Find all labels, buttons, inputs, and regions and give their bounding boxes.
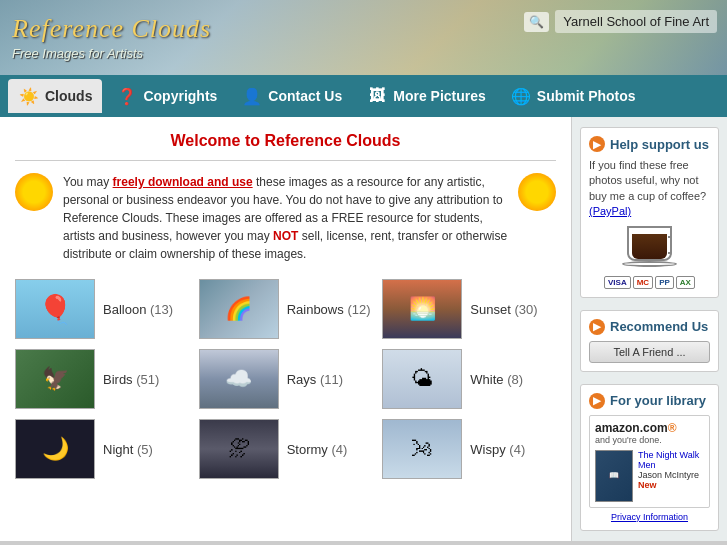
recommend-title: ▶ Recommend Us: [589, 319, 710, 335]
cup-handle: [668, 236, 672, 254]
site-name-highlight: Reference Clouds: [264, 132, 400, 149]
nav-label-copyrights: Copyrights: [143, 88, 217, 104]
grid-item-sunset[interactable]: Sunset (30): [382, 279, 556, 339]
book-cover[interactable]: 📖: [595, 450, 633, 502]
label-white: White (8): [470, 372, 523, 387]
welcome-text: Welcome to: [171, 132, 265, 149]
support-title: ▶ Help support us: [589, 136, 710, 152]
nav-item-clouds[interactable]: ☀️ Clouds: [8, 79, 102, 113]
privacy-link[interactable]: Privacy Information: [589, 512, 710, 522]
thumb-balloon: [15, 279, 95, 339]
intro-text: You may freely download and use these im…: [63, 173, 508, 263]
header: Reference Clouds Free Images for Artists…: [0, 0, 727, 75]
content-area: Welcome to Reference Clouds You may free…: [0, 117, 572, 541]
grid-item-wispy[interactable]: Wispy (4): [382, 419, 556, 479]
mastercard-icon: MC: [633, 276, 653, 289]
tell-friend-button[interactable]: Tell A Friend ...: [589, 341, 710, 363]
label-rays: Rays (11): [287, 372, 343, 387]
divider: [15, 160, 556, 161]
navigation: ☀️ Clouds ❓ Copyrights 👤 Contact Us 🖼 Mo…: [0, 75, 727, 117]
label-balloon: Balloon (13): [103, 302, 173, 317]
amazon-logo: amazon.com®: [595, 421, 704, 435]
amazon-box[interactable]: amazon.com® and you're done. 📖 The Night…: [589, 415, 710, 508]
support-arrow-icon: ▶: [589, 136, 605, 152]
nav-label-clouds: Clouds: [45, 88, 92, 104]
more-icon: 🖼: [366, 85, 388, 107]
grid-item-night[interactable]: Night (5): [15, 419, 189, 479]
nav-label-more: More Pictures: [393, 88, 486, 104]
recommend-section: ▶ Recommend Us Tell A Friend ...: [580, 310, 719, 372]
download-link[interactable]: freely download and use: [113, 175, 253, 189]
grid-item-rainbows[interactable]: Rainbows (12): [199, 279, 373, 339]
nav-item-more[interactable]: 🖼 More Pictures: [356, 79, 496, 113]
cup-body: [627, 226, 672, 261]
coffee-cup-image[interactable]: [622, 226, 677, 271]
nav-item-copyrights[interactable]: ❓ Copyrights: [106, 79, 227, 113]
thumb-birds: [15, 349, 95, 409]
copyrights-icon: ❓: [116, 85, 138, 107]
cup-saucer: [622, 261, 677, 267]
welcome-heading: Welcome to Reference Clouds: [15, 132, 556, 150]
image-grid: Balloon (13) Rainbows (12) Sunset (30): [15, 279, 556, 479]
library-section: ▶ For your library amazon.com® and you'r…: [580, 384, 719, 531]
payment-icons: VISA MC PP AX: [589, 276, 710, 289]
header-title-block: Reference Clouds Free Images for Artists: [12, 14, 211, 61]
label-rainbows: Rainbows (12): [287, 302, 371, 317]
clouds-icon: ☀️: [18, 85, 40, 107]
support-section: ▶ Help support us If you find these free…: [580, 127, 719, 298]
visa-icon: VISA: [604, 276, 631, 289]
label-wispy: Wispy (4): [470, 442, 525, 457]
search-icon[interactable]: 🔍: [524, 12, 549, 32]
intro-box: You may freely download and use these im…: [15, 173, 556, 263]
contact-icon: 👤: [241, 85, 263, 107]
thumb-sunset: [382, 279, 462, 339]
label-stormy: Stormy (4): [287, 442, 348, 457]
thumb-white: [382, 349, 462, 409]
thumb-night: [15, 419, 95, 479]
library-arrow-icon: ▶: [589, 393, 605, 409]
grid-item-balloon[interactable]: Balloon (13): [15, 279, 189, 339]
book-new-badge: New: [638, 480, 704, 490]
book-info: The Night Walk Men Jason McIntyre New: [638, 450, 704, 490]
paypal-icon: PP: [655, 276, 674, 289]
amazon-book-area: 📖 The Night Walk Men Jason McIntyre New: [595, 450, 704, 502]
grid-item-white[interactable]: White (8): [382, 349, 556, 409]
thumb-stormy: [199, 419, 279, 479]
grid-item-stormy[interactable]: Stormy (4): [199, 419, 373, 479]
library-title: ▶ For your library: [589, 393, 710, 409]
nav-label-contact: Contact Us: [268, 88, 342, 104]
recommend-arrow-icon: ▶: [589, 319, 605, 335]
site-subtitle: Free Images for Artists: [12, 46, 211, 61]
sun-left-icon: [15, 173, 53, 211]
amazon-tagline: and you're done.: [595, 435, 704, 445]
not-text: NOT: [273, 229, 298, 243]
nav-item-contact[interactable]: 👤 Contact Us: [231, 79, 352, 113]
nav-label-submit: Submit Photos: [537, 88, 636, 104]
thumb-rays: [199, 349, 279, 409]
book-author: Jason McIntyre: [638, 470, 704, 480]
sun-right-icon: [518, 173, 556, 211]
label-night: Night (5): [103, 442, 153, 457]
sidebar: ▶ Help support us If you find these free…: [572, 117, 727, 541]
paypal-link[interactable]: (PayPal): [589, 205, 631, 217]
grid-item-rays[interactable]: Rays (11): [199, 349, 373, 409]
school-link[interactable]: Yarnell School of Fine Art: [555, 10, 717, 33]
submit-icon: 🌐: [510, 85, 532, 107]
support-text: If you find these free photos useful, wh…: [589, 158, 710, 220]
label-birds: Birds (51): [103, 372, 159, 387]
thumb-rainbows: [199, 279, 279, 339]
grid-item-birds[interactable]: Birds (51): [15, 349, 189, 409]
site-title: Reference Clouds: [12, 14, 211, 44]
nav-item-submit[interactable]: 🌐 Submit Photos: [500, 79, 646, 113]
amex-icon: AX: [676, 276, 695, 289]
label-sunset: Sunset (30): [470, 302, 537, 317]
thumb-wispy: [382, 419, 462, 479]
main-layout: Welcome to Reference Clouds You may free…: [0, 117, 727, 541]
header-right: 🔍 Yarnell School of Fine Art: [524, 10, 717, 33]
book-title[interactable]: The Night Walk Men: [638, 450, 704, 470]
